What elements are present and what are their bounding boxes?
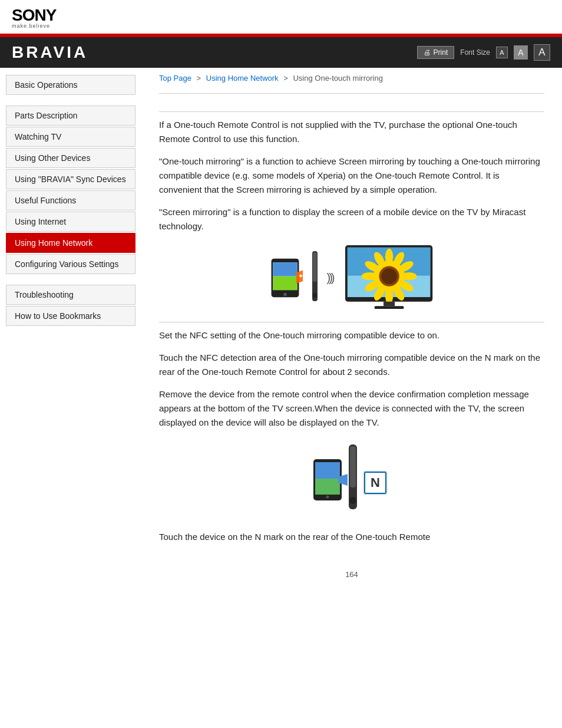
svg-rect-29 <box>375 306 404 309</box>
sidebar: Basic Operations Parts Description Watch… <box>0 68 141 597</box>
paragraph-4: Set the NFC setting of the One-touch mir… <box>159 328 544 342</box>
header: SONY make.believe <box>0 0 562 34</box>
sidebar-item-parts-description[interactable]: Parts Description <box>6 106 135 126</box>
nfc-touch-area: N <box>159 442 544 518</box>
svg-point-4 <box>283 292 287 296</box>
phone-svg: ✦ <box>267 256 303 300</box>
nfc-device-svg: N <box>313 442 390 518</box>
print-label: Print <box>434 48 448 57</box>
divider-2 <box>159 322 544 322</box>
divider-1 <box>159 111 544 112</box>
page-number: 164 <box>159 570 544 579</box>
breadcrumb-top-page[interactable]: Top Page <box>159 74 191 83</box>
paragraph-5: Touch the NFC detection area of the One-… <box>159 351 544 379</box>
svg-point-23 <box>362 272 378 280</box>
svg-rect-3 <box>273 276 297 289</box>
title-bar: BRAVIA 🖨 Print Font Size A A A <box>0 37 562 68</box>
title-bar-controls: 🖨 Print Font Size A A A <box>417 44 550 61</box>
svg-point-9 <box>312 293 317 298</box>
font-size-medium-button[interactable]: A <box>514 45 528 60</box>
breadcrumb-sep2: > <box>283 74 288 83</box>
svg-text:N: N <box>371 475 380 490</box>
paragraph-6: Remove the device from the remote contro… <box>159 387 544 430</box>
mirroring-illustration: ✦ ))) <box>159 245 544 310</box>
main-layout: Basic Operations Parts Description Watch… <box>0 68 562 597</box>
paragraph-1: If a One-touch Remote Control is not sup… <box>159 118 544 146</box>
sony-text: SONY <box>12 7 56 24</box>
sidebar-item-configuring-settings[interactable]: Configuring Various Settings <box>6 254 135 274</box>
svg-rect-37 <box>350 446 356 487</box>
sidebar-item-watching-tv[interactable]: Watching TV <box>6 127 135 147</box>
svg-point-34 <box>326 496 329 499</box>
print-button[interactable]: 🖨 Print <box>417 46 455 59</box>
paragraph-7: Touch the device on the N mark on the re… <box>159 530 544 544</box>
sidebar-item-using-other-devices[interactable]: Using Other Devices <box>6 148 135 168</box>
sidebar-item-bookmarks[interactable]: How to Use Bookmarks <box>6 306 135 326</box>
svg-point-27 <box>382 268 398 284</box>
font-size-small-button[interactable]: A <box>496 47 508 58</box>
svg-rect-2 <box>273 262 297 276</box>
sidebar-item-useful-functions[interactable]: Useful Functions <box>6 190 135 210</box>
nfc-touch-illustration: ✦ ))) <box>267 251 333 304</box>
font-size-large-button[interactable]: A <box>534 44 550 61</box>
svg-point-38 <box>349 497 356 504</box>
divider-top <box>159 93 544 94</box>
svg-rect-28 <box>384 302 395 307</box>
svg-point-14 <box>385 249 393 265</box>
svg-rect-32 <box>315 462 340 479</box>
sidebar-item-using-home-network[interactable]: Using Home Network <box>6 233 135 253</box>
sony-tagline: make.believe <box>12 24 56 29</box>
sidebar-item-troubleshooting[interactable]: Troubleshooting <box>6 285 135 305</box>
signal-waves: ))) <box>327 271 333 285</box>
bravia-title: BRAVIA <box>12 43 88 62</box>
svg-text:✦: ✦ <box>297 272 302 279</box>
sidebar-item-basic-operations[interactable]: Basic Operations <box>6 75 135 95</box>
content-area: Top Page > Using Home Network > Using On… <box>141 68 562 597</box>
tv-svg <box>345 245 436 310</box>
sidebar-item-bravia-sync[interactable]: Using "BRAVIA" Sync Devices <box>6 169 135 189</box>
sony-logo: SONY make.believe <box>12 7 56 29</box>
breadcrumb-home-network[interactable]: Using Home Network <box>206 74 279 83</box>
font-size-label: Font Size <box>460 48 490 57</box>
remote-svg <box>308 251 322 304</box>
paragraph-2: "One-touch mirroring" is a function to a… <box>159 154 544 197</box>
breadcrumb: Top Page > Using Home Network > Using On… <box>159 68 544 87</box>
svg-point-17 <box>401 272 417 280</box>
svg-point-20 <box>385 288 393 304</box>
print-icon: 🖨 <box>424 48 431 57</box>
svg-rect-8 <box>313 252 317 282</box>
paragraph-3: "Screen mirroring" is a function to disp… <box>159 205 544 233</box>
sidebar-item-using-internet[interactable]: Using Internet <box>6 212 135 232</box>
breadcrumb-current: Using One-touch mirroring <box>293 74 382 83</box>
svg-rect-33 <box>315 479 340 495</box>
content-body: If a One-touch Remote Control is not sup… <box>159 100 544 558</box>
breadcrumb-sep1: > <box>197 74 201 83</box>
